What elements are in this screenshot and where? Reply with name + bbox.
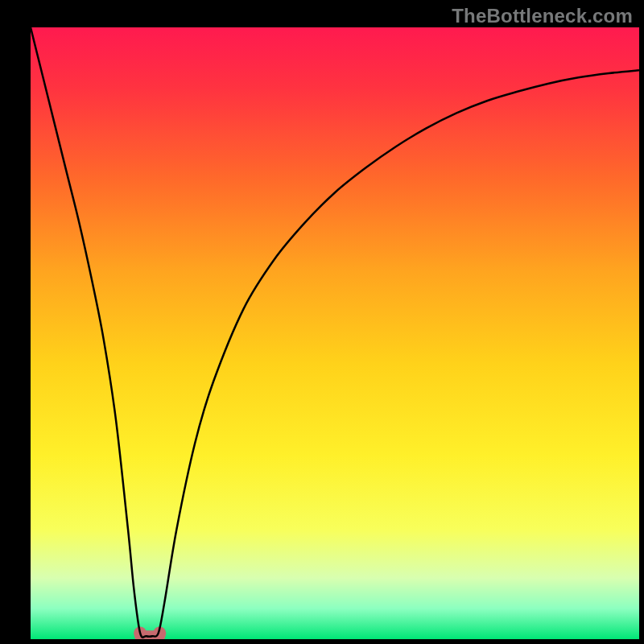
watermark-text: TheBottleneck.com xyxy=(452,5,633,27)
plot-background xyxy=(31,27,639,639)
chart-frame: TheBottleneck.com xyxy=(0,0,644,644)
bottleneck-chart xyxy=(0,0,644,644)
